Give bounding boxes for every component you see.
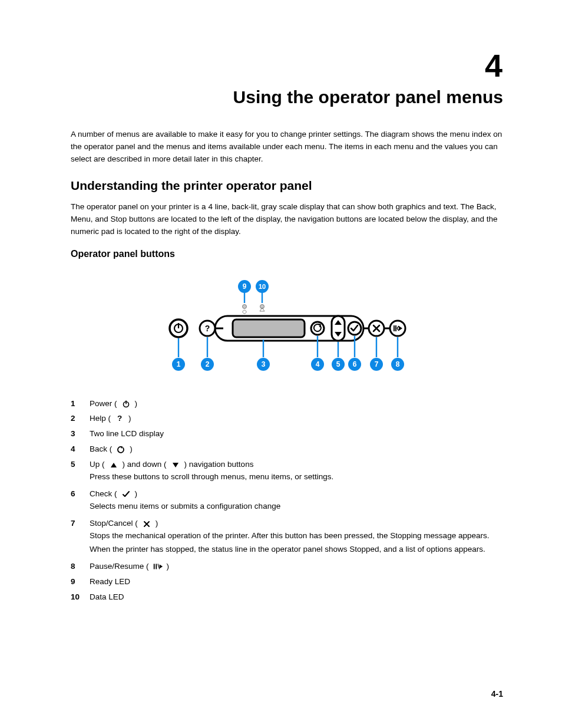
legend-desc: Stops the mechanical operation of the pr… <box>90 529 503 556</box>
legend-num: 3 <box>71 427 90 441</box>
help-button-icon: ? <box>200 321 215 336</box>
callout-10: 10 <box>256 280 269 293</box>
legend-num: 1 <box>71 397 90 411</box>
svg-marker-52 <box>111 463 117 467</box>
page: 4 Using the operator panel menus A numbe… <box>0 0 562 728</box>
svg-text:5: 5 <box>336 360 340 368</box>
ready-led-icon <box>243 304 247 314</box>
callout-3: 3 <box>257 358 270 371</box>
svg-text:3: 3 <box>262 360 266 368</box>
pause-resume-icon <box>153 561 163 572</box>
legend-label: Ready LED <box>90 575 130 589</box>
chapter-title: Using the operator panel menus <box>71 87 503 107</box>
lcd-display-icon <box>233 319 305 337</box>
legend-list: 1 Power ( ) 2 Help ( ? ) 3 Two line LCD … <box>71 397 503 604</box>
svg-text:9: 9 <box>243 282 247 291</box>
operator-panel-figure: 9 10 ? <box>157 269 416 387</box>
svg-text:2: 2 <box>206 360 210 368</box>
stop-cancel-button-icon <box>369 321 384 336</box>
svg-text:?: ? <box>205 324 210 333</box>
svg-text:10: 10 <box>259 283 266 290</box>
legend-label: Pause/Resume ( ) <box>90 560 169 574</box>
legend-label: Power ( ) <box>90 397 137 411</box>
legend-item-10: 10 Data LED <box>71 591 503 604</box>
legend-label: Up ( ) and down ( ) navigation buttons <box>90 458 253 472</box>
svg-text:7: 7 <box>375 360 379 368</box>
legend-item-5: 5 Up ( ) and down ( ) navigation buttons… <box>71 458 503 484</box>
legend-num: 9 <box>71 575 90 589</box>
back-icon <box>115 444 126 455</box>
svg-line-56 <box>158 564 160 569</box>
legend-num: 4 <box>71 443 90 456</box>
legend-num: 5 <box>71 458 90 472</box>
callout-9: 9 <box>238 280 251 293</box>
pause-resume-button-icon <box>390 321 405 336</box>
subsection-title: Operator panel buttons <box>71 249 503 259</box>
down-icon <box>170 460 181 470</box>
section-text: The operator panel on your printer is a … <box>71 201 503 238</box>
legend-item-2: 2 Help ( ? ) <box>71 412 503 426</box>
legend-item-8: 8 Pause/Resume ( ) <box>71 560 503 574</box>
legend-label: Stop/Cancel ( ) <box>90 517 158 531</box>
up-icon <box>108 460 119 470</box>
legend-item-7: 7 Stop/Cancel ( ) Stops the mechanical o… <box>71 517 503 556</box>
svg-marker-57 <box>159 565 162 569</box>
svg-text:1: 1 <box>177 360 181 368</box>
svg-point-19 <box>390 321 405 336</box>
callout-7: 7 <box>370 358 383 371</box>
legend-label: Help ( ? ) <box>90 412 131 426</box>
legend-desc: Selects menu items or submits a configur… <box>90 500 503 513</box>
stop-icon <box>141 519 152 529</box>
check-icon <box>121 489 131 500</box>
legend-num: 2 <box>71 412 90 426</box>
section-title: Understanding the printer operator panel <box>71 179 503 193</box>
legend-label: Two line LCD display <box>90 427 164 441</box>
back-button-icon <box>311 322 324 335</box>
callout-1: 1 <box>172 358 185 371</box>
legend-label: Check ( ) <box>90 487 137 501</box>
callout-4: 4 <box>311 358 324 371</box>
callout-8: 8 <box>391 358 404 371</box>
legend-num: 6 <box>71 487 90 501</box>
intro-paragraph: A number of menus are available to make … <box>71 129 503 166</box>
power-icon <box>121 398 131 409</box>
legend-item-9: 9 Ready LED <box>71 575 503 589</box>
legend-label: Data LED <box>90 591 124 604</box>
operator-panel-svg: 9 10 ? <box>157 269 416 387</box>
chapter-number: 4 <box>71 47 503 84</box>
page-number: 4-1 <box>491 689 503 699</box>
check-button-icon <box>348 322 361 335</box>
callout-5: 5 <box>332 358 345 371</box>
svg-text:6: 6 <box>353 360 357 368</box>
svg-marker-53 <box>173 463 178 467</box>
svg-text:4: 4 <box>316 360 320 368</box>
svg-text:8: 8 <box>396 360 400 368</box>
up-down-nav-icon <box>332 316 345 341</box>
data-led-icon <box>260 304 265 311</box>
question-icon: ? <box>114 414 125 424</box>
legend-desc: Press these buttons to scroll through me… <box>90 470 503 484</box>
legend-item-3: 3 Two line LCD display <box>71 427 503 441</box>
legend-item-4: 4 Back ( ) <box>71 443 503 456</box>
svg-rect-13 <box>332 316 345 341</box>
legend-item-1: 1 Power ( ) <box>71 397 503 411</box>
legend-num: 10 <box>71 591 90 604</box>
legend-item-6: 6 Check ( ) Selects menu items or submit… <box>71 487 503 513</box>
callout-6: 6 <box>348 358 361 371</box>
callout-2: 2 <box>201 358 214 371</box>
svg-point-0 <box>243 304 247 308</box>
power-button-icon <box>170 319 187 337</box>
panel-body: ? <box>170 316 405 341</box>
legend-num: 7 <box>71 517 90 531</box>
legend-num: 8 <box>71 560 90 574</box>
legend-label: Back ( ) <box>90 443 133 456</box>
